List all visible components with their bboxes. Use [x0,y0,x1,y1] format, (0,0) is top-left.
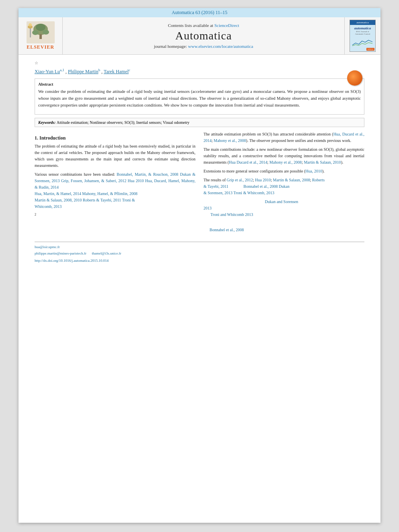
elsevier-logo-section: ELSEVIER [19,17,63,54]
cite-troni-whitcomb[interactable]: Troni and Whitcomb 2013 [210,212,253,217]
cover-title: automatica [354,26,371,30]
cite-bonnabel-r[interactable]: Bonnabel et al., 2008 [243,184,278,189]
cite-grip-year[interactable]: 2012 [118,179,126,183]
svg-point-9 [29,23,32,27]
doi-line: http://dx.doi.org/10.1016/j.automatica.2… [35,259,364,263]
svg-rect-6 [30,27,31,37]
cite-roberts-r[interactable]: Roberts [312,178,325,182]
cite-dukan-r[interactable]: Dukan [279,184,290,189]
cite-bonnabel-final[interactable]: Bonnabel et al., 2008 [210,228,244,232]
intro-para-1: The problem of estimating the attitude o… [35,143,195,169]
contents-prefix: Contents lists available at [168,23,213,28]
cover-subtitle: IFAC Journal ofAutomatic Control [355,31,370,35]
cite-hua-2010-r[interactable]: Hua, 2010 [305,169,322,173]
article-content: ☆ Xiao-Yun Lua,1 , Philippe Martinb , Ta… [19,55,380,271]
author-a-sup: a,1 [60,68,64,72]
right-column: The attitude estimation problem on SO(3)… [204,131,364,236]
cite-dukan-sorensen[interactable]: Dukan and Sorensen [265,199,298,204]
author-line: Xiao-Yun Lua,1 , Philippe Martinb , Tare… [35,68,364,75]
cite-grip[interactable]: Grip, Fossen, Johansen, & Saberi, [61,179,117,183]
elsevier-label: ELSEVIER [27,44,54,50]
svg-point-2 [36,24,45,31]
body-columns: 1. Introduction The problem of estimatin… [35,131,364,236]
star-icon: ☆ [35,61,38,65]
journal-homepage-line: journal homepage: www.elsevier.com/locat… [154,44,253,49]
cover-chart-decoration [352,37,374,47]
cite-mahony-pflimlin[interactable]: Mahony, Hamel, & Pflimlin, 2008 [82,191,137,196]
cite-bonnabel[interactable]: Bonnabel, Martin, & Rouchon, [117,172,169,177]
footnote-email-2: philippe.martin@mines-paristech.fr thame… [35,251,364,257]
abstract-heading: Abstract [38,81,361,87]
homepage-url[interactable]: www.elsevier.com/locate/automatica [188,44,253,49]
sciencedirect-link[interactable]: ScienceDirect [214,23,239,28]
right-para-5: Dukan and Sorensen 2013 Troni and Whitco… [204,199,364,218]
author-c-sup: c [129,68,130,72]
automatica-cover-image: automatica automatica IFAC Journal ofAut… [350,20,376,52]
homepage-prefix: journal homepage: [154,44,187,49]
abstract-keywords-section: Abstract We consider the problem of esti… [35,78,364,127]
article-type-badge [347,70,362,86]
author-b-name[interactable]: Philippe Martin [68,69,99,74]
author-c-name[interactable]: Tarek Hamel [104,69,129,74]
abstract-text: We consider the problem of estimating th… [38,88,361,109]
cite-hua-martin[interactable]: Hua, Martin, & Hamel, 2014 [35,191,81,196]
abstract-box: Abstract We consider the problem of esti… [35,78,364,115]
cite-sorensen-r[interactable]: & Sorensen, 2013 [204,191,232,195]
right-para-4: The results of Grip et al., 2012; Hua 20… [204,177,364,196]
cite-hua2010[interactable]: Hua 2010 [128,179,144,183]
right-para-6: Bonnabel et al., 2008 [204,220,364,233]
citation-text: Automatica 63 (2016) 11–15 [172,10,228,15]
footnote-section: hua@isir.upmc.fr philippe.martin@mines-p… [35,242,364,263]
cite-martin-salaun-r2[interactable]: Martin & Salaun, 2008 [273,178,310,182]
cite-martin-salaun-r[interactable]: Martin & Salaun, 2010 [304,160,341,164]
cite-troni-r[interactable]: Troni & Whitcomb, 2013 [233,191,274,195]
right-para-3: Extensions to more general sensor config… [204,168,364,175]
cite-dukan-year[interactable]: 2013 [204,206,212,210]
journal-title: Automatica [175,29,232,42]
svg-point-5 [43,30,49,35]
doi-link[interactable]: http://dx.doi.org/10.1016/j.automatica.2… [35,259,109,263]
cover-publisher-label: automatica [350,20,375,25]
footnote-2-ref: 2 [35,213,36,216]
right-para-2: The main contributions include: a new no… [204,146,364,166]
right-para-1: The attitude estimation problem on SO(3)… [204,131,364,144]
intro-para-refs: Various sensor combinations have been st… [35,171,195,210]
journal-cover-right: automatica automatica IFAC Journal ofAut… [344,17,380,54]
cite-troni[interactable]: Troni & [122,198,135,202]
ifac-badge: WIFAC [366,48,374,51]
cite-grip-r[interactable]: Grip et al., 2012 [227,178,253,182]
author-b-sup: b [98,68,100,72]
cite-hua-2010-r2[interactable]: Hua 2010 [255,178,271,182]
elsevier-tree-icon [27,21,55,43]
cite-whitcomb[interactable]: Whitcomb, 2013 [35,204,62,209]
email-link-1[interactable]: hua@isir.upmc.fr [35,245,60,249]
svg-point-4 [32,30,39,35]
cite-martin-salaun[interactable]: Martin & Salaun, 2008, 2010 [35,198,82,202]
email-link-2[interactable]: philippe.martin@mines-paristech.fr [35,251,86,255]
cite-tayebi[interactable]: & Tayebi, 2011 [204,184,228,189]
journal-center-header: Contents lists available at ScienceDirec… [63,17,344,54]
svg-rect-3 [39,34,42,39]
cite-hua-ducard-r2[interactable]: Hua Ducard et al., 2014 [229,160,267,164]
journal-citation-bar: Automatica 63 (2016) 11–15 [19,8,380,17]
journal-header: ELSEVIER Contents lists available at Sci… [19,17,380,55]
keywords-label: Keywords: [38,120,57,125]
contents-available-line: Contents lists available at ScienceDirec… [168,23,239,28]
cite-mahony-r[interactable]: Mahony et al., 2008 [214,138,246,143]
section1-heading: 1. Introduction [35,135,195,141]
email-link-3[interactable]: thamel@i3s.unice.fr [92,251,121,255]
keywords-box: Keywords: Attitude estimation; Nonlinear… [35,118,364,127]
intro-footnote-2: 2 [35,212,195,219]
article-star-note: ☆ [35,61,364,65]
footnote-email-1: hua@isir.upmc.fr [35,244,364,250]
cite-mahony-r2[interactable]: Mahony et al., 2008 [269,160,302,164]
keywords-text: Attitude estimation; Nonlinear observers… [57,120,189,125]
author-a-name[interactable]: Xiao-Yun Lu [35,69,60,74]
left-column: 1. Introduction The problem of estimatin… [35,131,195,236]
cite-roberts[interactable]: Roberts & Tayebi, 2011 [83,198,121,202]
cite-bonnabel-year[interactable]: 2008 [170,172,178,177]
